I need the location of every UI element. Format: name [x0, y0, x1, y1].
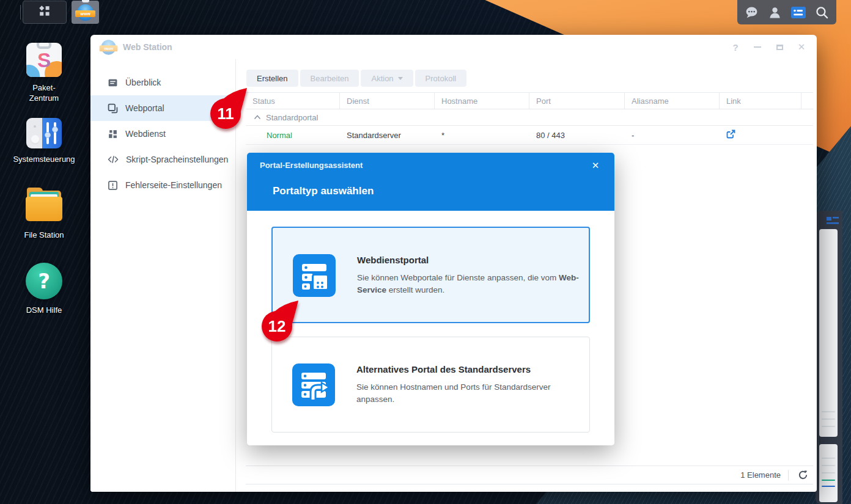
taskbar-divider: [20, 5, 21, 20]
annotation-step-11: 11: [202, 82, 257, 137]
table-row[interactable]: Normal Standardserver * 80 / 443 -: [246, 126, 813, 145]
webservice-portal-icon: [293, 254, 336, 297]
maximize-button[interactable]: [773, 40, 786, 54]
package-center-icon: S: [26, 43, 62, 77]
external-link-icon[interactable]: [726, 131, 735, 141]
portal-table: Status Dienst Hostname Port Aliasname Li…: [246, 92, 813, 145]
user-icon[interactable]: [766, 3, 784, 21]
desktop-icon-label: File Station: [9, 230, 79, 240]
apps-grid-icon: [38, 4, 51, 20]
desktop-icon-label: DSM Hilfe: [9, 305, 79, 315]
help-button[interactable]: ?: [729, 40, 742, 54]
desktop-icon-package-center[interactable]: S Paket- Zentrum: [9, 43, 79, 103]
port-cell: 80 / 443: [529, 131, 625, 140]
refresh-icon[interactable]: [796, 469, 809, 482]
option-card-webservice-portal[interactable]: Webdienstportal Sie können Webportale fü…: [271, 227, 590, 323]
file-station-icon: [26, 191, 62, 221]
alternative-portal-icon: [292, 363, 335, 406]
widget-list-icon: [825, 216, 840, 229]
option-description: Sie können Hostnamen und Ports für Stand…: [356, 381, 580, 406]
action-dropdown-button[interactable]: Aktion: [361, 70, 413, 87]
webportal-icon: [108, 103, 118, 114]
hostname-cell: *: [435, 131, 529, 140]
desktop-icon-dsm-help[interactable]: ? DSM Hilfe: [9, 263, 79, 315]
webservice-icon: [108, 129, 118, 139]
protocol-button[interactable]: Protokoll: [415, 70, 467, 87]
chevron-down-icon: [398, 77, 403, 80]
overview-icon: [108, 78, 118, 88]
widgets-icon[interactable]: [789, 3, 808, 21]
script-settings-icon: [108, 155, 119, 164]
toolbar: Erstellen Bearbeiten Aktion Protokoll: [246, 70, 466, 87]
sidebar-item-error-page-settings[interactable]: Fehlerseite-Einstellungen: [90, 172, 235, 198]
active-app-indicator: [82, 0, 89, 2]
column-header-status[interactable]: Status: [246, 93, 340, 109]
sidebar-item-script-settings[interactable]: Skript-Spracheinstellungen: [90, 147, 235, 172]
svg-text:12: 12: [268, 317, 286, 335]
desktop-icon-label: Paket- Zentrum: [9, 82, 79, 103]
search-icon[interactable]: [813, 3, 831, 21]
option-title: Alternatives Portal des Standardservers: [356, 364, 531, 374]
widget-panel: [816, 211, 842, 504]
service-cell: Standardserver: [340, 131, 435, 140]
footer-divider: [788, 470, 789, 481]
status-cell: Normal: [246, 131, 340, 140]
svg-text:11: 11: [217, 104, 234, 123]
edit-button[interactable]: Bearbeiten: [300, 70, 359, 87]
column-header-alias[interactable]: Aliasname: [625, 93, 720, 109]
web-station-icon: www: [101, 40, 116, 54]
system-tray: [737, 0, 836, 24]
www-banner: www: [75, 10, 95, 17]
annotation-step-12: 12: [254, 294, 309, 349]
desktop: www: [0, 0, 851, 504]
window-title: Web Station: [123, 42, 172, 52]
option-description: Sie können Webportale für Dienste anpass…: [357, 272, 581, 296]
dialog-heading: Portaltyp auswählen: [273, 185, 374, 197]
link-cell: [720, 130, 801, 141]
option-card-alternative-portal[interactable]: Alternatives Portal des Standardservers …: [271, 337, 590, 433]
column-header-spacer: [801, 93, 813, 109]
dialog-header: Portal-Erstellungsassistent ✕ Portaltyp …: [247, 153, 614, 211]
alias-cell: -: [625, 131, 720, 140]
dsm-help-icon: ?: [26, 263, 62, 299]
column-header-link[interactable]: Link: [720, 93, 801, 109]
minimize-button[interactable]: [751, 40, 764, 54]
desktop-icon-label: Systemsteuerung: [9, 154, 79, 164]
table-footer: 1 Elemente: [246, 466, 813, 484]
column-header-hostname[interactable]: Hostname: [435, 93, 529, 109]
window-titlebar[interactable]: www Web Station ? ✕: [90, 35, 817, 59]
desktop-icon-control-panel[interactable]: Systemsteuerung: [9, 118, 79, 164]
notifications-icon[interactable]: [742, 3, 761, 21]
column-header-port[interactable]: Port: [529, 93, 625, 109]
table-header: Status Dienst Hostname Port Aliasname Li…: [246, 92, 813, 109]
dialog-title: Portal-Erstellungsassistent: [260, 161, 363, 170]
error-page-icon: [108, 180, 118, 191]
control-panel-icon: [26, 118, 62, 148]
dialog-close-button[interactable]: ✕: [589, 159, 602, 172]
widget-card: [819, 444, 838, 502]
close-button[interactable]: ✕: [795, 40, 808, 54]
main-menu-button[interactable]: [23, 1, 67, 24]
webstation-task-button[interactable]: www: [72, 1, 99, 24]
web-station-icon: www: [77, 4, 94, 21]
option-title: Webdienstportal: [357, 255, 429, 265]
widget-card: [819, 229, 838, 437]
top-bar: www: [0, 0, 851, 24]
group-row-standardportal[interactable]: Standardportal: [246, 109, 813, 126]
item-count: 1 Elemente: [740, 470, 781, 480]
desktop-icon-file-station[interactable]: File Station: [9, 191, 79, 240]
column-header-service[interactable]: Dienst: [340, 93, 435, 109]
